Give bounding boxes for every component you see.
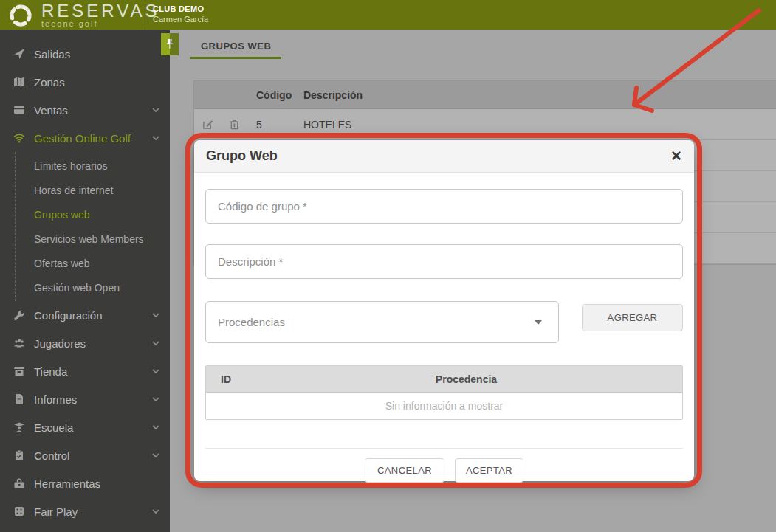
sidebar-item-gestion-web-open[interactable]: Gestión web Open — [16, 275, 170, 300]
sidebar-item-label: Gestión web Open — [34, 282, 120, 294]
brand-title: RESERVAS — [41, 3, 160, 19]
sidebar-item-zonas[interactable]: Zonas — [0, 68, 170, 96]
chevron-down-icon — [151, 450, 161, 460]
sidebar-item-fair-play[interactable]: Fair Play — [0, 497, 170, 525]
sidebar-item-label: Herramientas — [34, 477, 161, 490]
dialog-footer: CANCELAR ACEPTAR — [205, 448, 683, 483]
procedencias-table: ID Procedencia Sin información a mostrar — [205, 365, 683, 420]
sidebar-item-label: Fair Play — [34, 505, 151, 518]
sidebar-item-label: Servicios web Members — [34, 233, 144, 245]
sidebar-item-grupos-web[interactable]: Grupos web — [16, 202, 170, 227]
sidebar-item-ventas[interactable]: Ventas — [0, 96, 170, 124]
header-divider — [145, 4, 145, 25]
sidebar-item-ofertas-web[interactable]: Ofertas web — [16, 251, 170, 275]
sidebar-item-label: Gestión Online Golf — [34, 132, 151, 145]
sidebar-item-label: Zonas — [34, 76, 161, 89]
close-icon[interactable]: ✕ — [670, 149, 682, 163]
location-arrow-icon — [13, 48, 27, 60]
sidebar-item-gestion-online-golf[interactable]: Gestión Online Golf — [0, 124, 170, 152]
app-header: RESERVAS teeone golf CLUB DEMO Carmen Ga… — [0, 0, 776, 30]
chevron-down-icon — [151, 338, 161, 348]
sidebar-item-label: Grupos web — [34, 209, 89, 221]
sidebar-item-informes[interactable]: Informes — [0, 385, 170, 413]
sidebar-item-salidas[interactable]: Salidas — [0, 40, 170, 68]
sidebar-item-label: Ventas — [34, 104, 151, 117]
agregar-button[interactable]: AGREGAR — [582, 304, 683, 331]
sidebar-item-label: Ofertas web — [34, 258, 89, 269]
sidebar-item-label: Tienda — [34, 365, 151, 378]
sidebar-menu: Salidas Zonas Ventas Gestión Online Golf… — [0, 30, 170, 525]
cancelar-button[interactable]: CANCELAR — [365, 458, 444, 483]
sidebar: Salidas Zonas Ventas Gestión Online Golf… — [0, 30, 170, 532]
chevron-down-icon — [151, 310, 161, 320]
wrench-icon — [13, 309, 27, 321]
club-name: CLUB DEMO — [153, 4, 208, 13]
procedencias-placeholder: Procedencias — [218, 316, 535, 328]
codigo-de-grupo-input[interactable] — [205, 189, 683, 224]
club-user: Carmen García — [153, 15, 208, 24]
dice-icon — [13, 505, 27, 517]
sidebar-item-label: Informes — [34, 393, 151, 406]
dialog-header: Grupo Web ✕ — [194, 140, 694, 173]
sidebar-item-control[interactable]: Control — [0, 441, 170, 469]
app-logo[interactable]: RESERVAS teeone golf — [7, 2, 160, 29]
sidebar-item-herramientas[interactable]: Herramientas — [0, 469, 170, 497]
store-icon — [13, 365, 27, 377]
grupo-web-dialog: Grupo Web ✕ Procedencias AGREGAR ID Proc… — [194, 140, 694, 481]
sidebar-item-label: Jugadores — [34, 337, 151, 350]
clipboard-check-icon — [13, 449, 27, 461]
file-icon — [13, 393, 27, 405]
caret-down-icon — [535, 320, 542, 325]
map-icon — [13, 76, 27, 88]
sidebar-submenu-gestion-online-golf: Límites horarios Horas de internet Grupo… — [15, 152, 170, 301]
dialog-title: Grupo Web — [206, 148, 670, 164]
sidebar-item-jugadores[interactable]: Jugadores — [0, 329, 170, 357]
sidebar-item-servicios-web-members[interactable]: Servicios web Members — [16, 227, 170, 251]
chevron-down-icon — [151, 366, 161, 376]
chevron-down-icon — [151, 394, 161, 404]
procedencias-table-header: ID Procedencia — [206, 366, 682, 393]
sidebar-item-horas-de-internet[interactable]: Horas de internet — [16, 178, 170, 202]
chevron-down-icon — [151, 506, 161, 517]
column-header-id: ID — [206, 373, 295, 385]
procedencias-select[interactable]: Procedencias — [205, 301, 559, 343]
empty-table-message: Sin información a mostrar — [206, 393, 682, 419]
sidebar-item-label: Control — [34, 449, 151, 462]
wifi-icon — [13, 132, 27, 144]
descripcion-input[interactable] — [205, 244, 683, 279]
reservas-logo-icon — [7, 2, 34, 29]
sidebar-item-label: Salidas — [34, 48, 161, 61]
sidebar-item-tienda[interactable]: Tienda — [0, 357, 170, 385]
toolbox-icon — [13, 477, 27, 489]
sidebar-item-configuracion[interactable]: Configuración — [0, 301, 170, 329]
chevron-down-icon — [151, 105, 161, 115]
sidebar-item-label: Horas de internet — [34, 184, 113, 196]
users-icon — [13, 337, 27, 349]
sidebar-item-label: Límites horarios — [34, 160, 108, 172]
chevron-down-icon — [151, 133, 161, 143]
sidebar-item-label: Escuela — [34, 421, 151, 434]
aceptar-button[interactable]: ACEPTAR — [455, 458, 523, 483]
credit-card-icon — [13, 104, 27, 116]
sidebar-item-escuela[interactable]: Escuela — [0, 413, 170, 441]
chevron-down-icon — [151, 422, 161, 432]
sidebar-item-limites-horarios[interactable]: Límites horarios — [16, 153, 170, 178]
column-header-procedencia: Procedencia — [295, 373, 682, 385]
graduation-icon — [13, 421, 27, 433]
sidebar-item-label: Configuración — [34, 309, 151, 322]
